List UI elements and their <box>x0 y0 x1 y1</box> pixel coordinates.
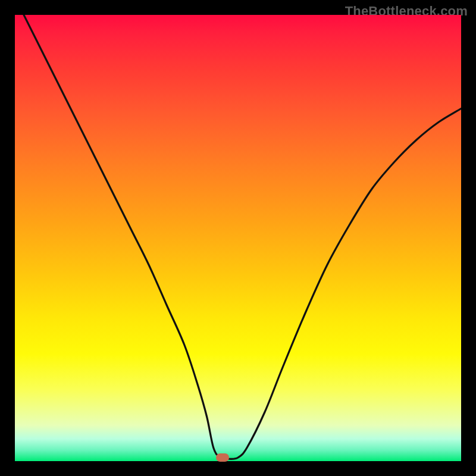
chart-frame: TheBottleneck.com <box>0 0 476 476</box>
bottleneck-curve <box>24 15 461 459</box>
optimum-marker <box>216 453 229 462</box>
curve-layer <box>15 15 461 461</box>
plot-area <box>15 15 461 461</box>
